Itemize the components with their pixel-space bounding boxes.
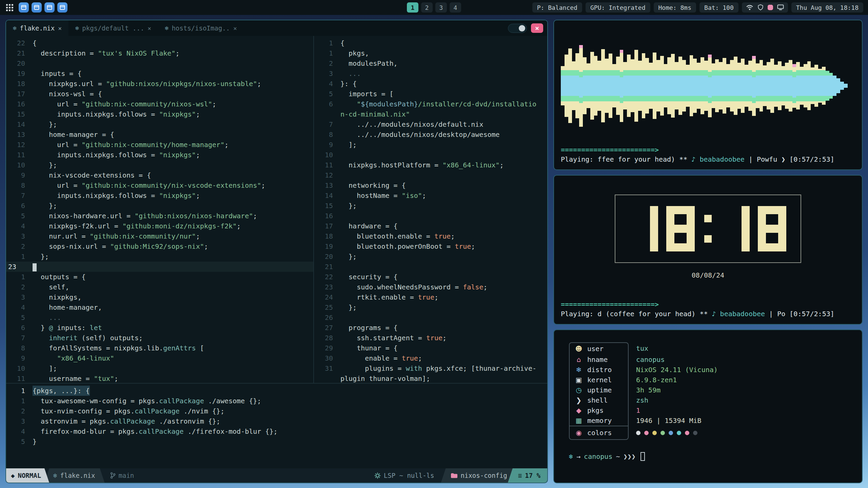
code-line: 7 inherit (self) outputs; [6,333,313,343]
code-line: 8 ../../modules/nixos/desktop/awesome [314,129,547,140]
fetch-row-pkgs: ◆pkgs1 [569,405,862,415]
display-icon [777,4,784,11]
tab-label: pkgs/default ... [82,24,144,32]
workspace-tag-icon[interactable] [32,2,42,13]
artist-name: beabadoobee [695,155,745,163]
git-branch-icon [110,472,116,479]
mode-label: NORMAL [18,472,41,479]
tab-close-icon[interactable]: × [147,25,151,32]
tab-hosts-isoImag-[interactable]: ❄hosts/isoImag..× [158,20,244,36]
clock-date: 08/08/24 [692,271,724,279]
pane-iso-image[interactable]: 1{1 pkgs,2 modulesPath,3 ...4}: {5 impor… [314,36,547,383]
code-line: n-cd-minimal.nix" [314,109,547,119]
code-line: 22 security = { [314,272,547,282]
code-line: 16 [314,211,547,221]
vim-mode-icon: ◆ [11,472,15,479]
prompt-path: ~ [616,452,620,461]
music-note-icon: ♪ [712,310,716,318]
code-line: 14 hostName = "iso"; [314,190,547,201]
workspace-tag-icon[interactable] [57,2,67,13]
code-line: 30 enable = true; [314,353,547,363]
workspace-1[interactable]: 1 [407,2,418,13]
scroll-percent: 17 % [525,472,540,479]
statusline-project: nixos-config [441,468,513,483]
fetch-row-hname: ⌂hnamecanopus [569,354,862,365]
tab-close-icon[interactable]: × [58,25,62,32]
pane-flake-nix[interactable]: 22{21 description = "tux's NixOS Flake";… [6,36,313,383]
code-line: 16 url = "github:nix-community/nixos-wsl… [6,99,313,109]
code-line: 3 nur.url = "github:nix-community/nur"; [6,231,313,241]
pane-pkgs-default[interactable]: 1{pkgs, ...}: {1 tux-awesome-wm-config =… [6,384,547,468]
editor-window[interactable]: ❄flake.nix×❄pkgs/default ...×❄hosts/isoI… [5,20,548,483]
code-line: 5 imports = [ [314,89,547,99]
code-line: 10 }; [6,160,313,170]
fetch-window[interactable]: ☻usertux⌂hnamecanopus❄distroNixOS 24.11 … [553,329,863,483]
workspace-2[interactable]: 2 [421,2,433,13]
uptime-icon: ◷ [575,386,583,394]
prompt-arrow: → [576,452,580,461]
kernel-icon: ▣ [575,376,583,384]
clock-digit-8 [666,206,695,251]
lsp-status: LSP ~ null-ls [384,472,434,479]
code-line: 21 [314,262,547,272]
editor-splits: 22{21 description = "tux's NixOS Flake";… [6,36,547,383]
code-line: 2 modulesPath, [314,58,547,68]
lines-icon: ≡ [518,472,522,479]
statusline-git-branch: main [105,468,141,483]
code-line: 5 ... [6,312,313,323]
workspace-4[interactable]: 4 [450,2,461,13]
branch-name: main [119,472,134,479]
statusline-file: ❄ flake.nix [44,468,104,483]
code-line: 3 astronvim = pkgs.callPackage ./astronv… [6,416,547,426]
workspace-3[interactable]: 3 [435,2,447,13]
clock-window[interactable]: 08/08/24 =======================> Playin… [553,175,863,325]
playing-text: Playing: ffee for your head) ** [561,155,691,163]
os-icon: ❄ [569,452,573,461]
window-controls: × [508,20,547,36]
separator-line: =======================> [561,300,855,308]
shield-icon [757,4,764,11]
tab-close-icon[interactable]: × [233,25,237,32]
code-line: 9 ]; [314,140,547,150]
code-line: 12 [314,170,547,180]
code-line: 20 }; [314,251,547,262]
code-line: 10 ]; [6,363,313,373]
visualizer-window[interactable]: =======================> Playing: ffee f… [553,20,863,170]
code-line: 15 }; [314,201,547,211]
distro-icon: ❄ [575,366,583,374]
code-line: 17 nixos-wsl = { [6,89,313,99]
clock-digit-1 [630,206,658,251]
tabline: ❄flake.nix×❄pkgs/default ...×❄hosts/isoI… [6,20,547,36]
now-playing-top: Playing: ffee for your head) ** ♪ beabad… [561,155,855,163]
code-line: 11 inputs.nixpkgs.follows = "nixpkgs"; [6,150,313,160]
tty-clock: 08/08/24 [561,181,855,279]
code-line: 19 bluetooth.powerOnBoot = true; [314,241,547,251]
toggle-switch[interactable] [508,24,527,33]
music-note-icon: ♪ [691,155,695,163]
code-line: 1 outputs = { [6,272,313,282]
tab-label: flake.nix [20,24,55,32]
tab-pkgs-default-[interactable]: ❄pkgs/default ...× [68,20,158,36]
code-line: 1 pkgs, [314,48,547,58]
fetch-row-colors: ◉colors [569,426,862,440]
window-close-button[interactable]: × [531,23,543,33]
app-launcher-icon[interactable] [5,3,15,13]
statusline-lsp: LSP ~ null-ls [368,468,441,483]
clock-display: Thu Aug 08, 18:18 [791,2,863,13]
workspace-tag-icon[interactable] [19,2,29,13]
topbar-status: P: BalancedGPU: IntegratedHome: 8msBat: … [532,2,863,13]
gear-icon [374,472,381,479]
now-playing-mid: Playing: d (coffee for your head) ** ♪ b… [561,310,855,318]
code-line: 15 inputs.nixpkgs.follows = "nixpkgs"; [6,109,313,119]
workspace-tag-icon[interactable] [44,2,55,13]
shell-prompt[interactable]: ❄ → canopus ~ ❯❯❯ [569,452,862,461]
mode-indicator: ◆ NORMAL [6,468,49,483]
code-line: 23 sudo.wheelNeedsPassword = false; [314,282,547,292]
fetch-row-shell: ❯shellzsh [569,395,862,405]
fetch-row-distro: ❄distroNixOS 24.11 (Vicuna) [569,365,862,375]
status-segment: Home: 8ms [654,2,696,13]
tab-flake-nix[interactable]: ❄flake.nix× [6,20,68,36]
system-tray [742,2,788,13]
shell-icon: ❯ [575,396,583,404]
code-line: 17 hardware = { [314,221,547,231]
